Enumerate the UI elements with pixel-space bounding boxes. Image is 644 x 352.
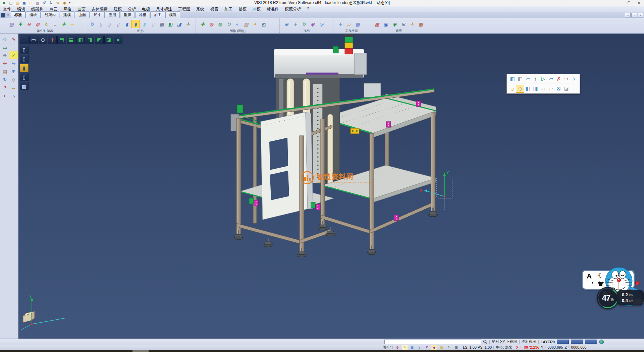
hidden-line-mode-icon[interactable]: ▯ (20, 55, 29, 63)
app-icon[interactable]: ◆ (1, 1, 7, 5)
menu-item[interactable]: 编辑 (14, 6, 28, 12)
traffic-single-icon[interactable]: ◍ (216, 20, 224, 28)
maximize-button[interactable]: ☐ (624, 0, 634, 6)
cylinder-wire-icon[interactable]: ▩ (158, 20, 166, 28)
sheet-a-icon[interactable]: ▱ (539, 85, 547, 92)
percent-badge[interactable]: 47 % (597, 287, 619, 309)
advanced-refresh-icon[interactable]: ↻ (225, 20, 233, 28)
system-tools-icon[interactable]: ◉ (390, 20, 398, 28)
absolute-view-label[interactable]: 绝对视图 (522, 339, 536, 344)
smiley-icon[interactable]: ☺ (508, 85, 516, 92)
view-left-icon[interactable]: ◧ (76, 36, 85, 44)
toolbar-tab[interactable]: 曲面 (75, 11, 90, 18)
child-restore-button[interactable]: ▫ (631, 13, 637, 17)
menu-item[interactable]: 文件 (0, 6, 14, 12)
measure-width-icon[interactable]: ↔ (9, 84, 18, 91)
toolbar-tab[interactable]: 模流 (165, 11, 180, 18)
close-button[interactable]: ✕ (634, 0, 644, 6)
add-attribute-icon[interactable]: ✚ (16, 20, 24, 28)
ucs-delete-icon[interactable]: ✗ (424, 345, 430, 350)
rotate-view-icon[interactable]: ↻ (300, 20, 308, 28)
sheet-b-icon[interactable]: ▱ (547, 85, 555, 92)
cylinder-box-blue-icon[interactable]: ◨ (175, 20, 183, 28)
texture-mode-icon[interactable]: ▨ (242, 20, 250, 28)
save-icon[interactable]: ▣ (21, 1, 27, 5)
settings-icon[interactable]: ◉ (61, 1, 67, 5)
menu-item[interactable]: 线架构 (28, 6, 46, 12)
menu-item[interactable]: 实体编辑 (89, 6, 111, 12)
toolbar-tab[interactable]: 线架构 (41, 11, 59, 18)
minimize-button[interactable]: ─ (614, 0, 624, 6)
cylinder-solid-icon[interactable]: ▮ (123, 20, 131, 28)
move-triad-icon[interactable]: ✛ (1, 59, 9, 67)
zoom-search-icon[interactable]: ⊙ (39, 36, 47, 44)
view-iso-icon[interactable]: ■ (114, 36, 122, 44)
globe-icon[interactable] (599, 340, 604, 344)
workplane-hand-icon[interactable]: ▱ (345, 20, 353, 28)
lock-label[interactable]: 拴牢 (383, 345, 391, 350)
plot-icon[interactable]: ▥ (35, 1, 41, 5)
toolbar-tab[interactable]: 编辑 (26, 11, 41, 18)
select-zoom-icon[interactable]: ⊙ (1, 35, 9, 43)
traffic-light-icon[interactable]: ◍ (34, 20, 42, 28)
menu-item[interactable]: 工程图 (175, 6, 193, 12)
traffic-pair-icon[interactable]: ◍ (207, 20, 215, 28)
child-minimize-button[interactable]: ─ (625, 13, 631, 17)
cylinder-outline-1-icon[interactable]: ▯ (97, 20, 105, 28)
menu-item[interactable]: 建模 (111, 6, 125, 12)
cube-corner-icon[interactable]: ◪ (562, 85, 570, 92)
refresh-graphics-icon[interactable]: ↻ (88, 20, 96, 28)
status-refresh-icon[interactable]: ↻ (446, 345, 452, 350)
ucs-icon[interactable]: ◆ (431, 345, 437, 350)
menu-item[interactable]: 塑模 (235, 6, 250, 12)
color-swatch-3[interactable] (585, 340, 597, 344)
eye-view-icon[interactable]: ◎ (317, 20, 325, 28)
menu-item[interactable]: 网格 (60, 6, 74, 12)
light-mode-icon[interactable]: ✦ (251, 20, 259, 28)
triad-axes-icon[interactable]: ✛ (48, 36, 57, 44)
status-help-icon[interactable]: ? (417, 345, 422, 350)
blue-surface-icon[interactable]: ▱ (547, 75, 555, 83)
graphics-tools-icon[interactable]: ✛ (184, 20, 192, 28)
workplane-axis-icon[interactable]: ✛ (336, 20, 344, 28)
new-file-icon[interactable]: ▢ (8, 1, 14, 5)
menu-item[interactable]: 曲面 (74, 6, 89, 12)
attribute-brush-icon[interactable]: ▤ (7, 20, 15, 28)
curve-arc-icon[interactable]: ↪ (562, 75, 570, 83)
extrude-up-icon[interactable]: ↑ (532, 75, 539, 83)
menu-item[interactable]: 点云 (46, 6, 60, 12)
toolbar-tab[interactable]: 建模 (60, 11, 74, 18)
color-swatch-1[interactable] (557, 340, 569, 344)
redo-icon[interactable]: ↻ (48, 1, 54, 5)
color-swatch-2[interactable] (571, 340, 583, 344)
cube-gray-icon[interactable]: ◇ (9, 76, 18, 83)
network-speed-monitor[interactable]: ↑ 0.2 K/s ↓ 0.4 K/s (616, 290, 644, 305)
view-right-icon[interactable]: ◨ (86, 36, 94, 44)
toolbar-tab[interactable]: 应用 (105, 11, 120, 18)
decrease-icon[interactable]: ─ (68, 20, 76, 28)
toolbar-help-icon[interactable]: ? (570, 75, 578, 83)
quick-search-input[interactable] (384, 340, 481, 344)
qat-dropdown-icon[interactable]: ▾ (69, 1, 70, 4)
erase-sketch-icon[interactable]: ✎ (9, 35, 18, 43)
cylinder-cyan-icon[interactable]: ▮ (140, 20, 148, 28)
cylinder-active-icon[interactable]: ▮ (131, 20, 140, 28)
workplane-sheet-icon[interactable]: ▦ (354, 20, 362, 28)
wireframe-cube-icon[interactable]: ◇ (516, 85, 524, 92)
calculator-icon[interactable]: ▣ (382, 20, 390, 28)
toolbar-tab[interactable]: 冲模 (135, 11, 150, 18)
help-question-icon[interactable]: ? (1, 84, 9, 91)
confirm-check-icon[interactable]: ✓ (9, 51, 18, 59)
view-bottom-icon[interactable]: ⬓ (67, 36, 75, 44)
menu-item[interactable]: 电极 (139, 6, 153, 12)
view-back-icon[interactable]: ◪ (104, 36, 113, 44)
fit-frame-icon[interactable]: ▭ (29, 36, 38, 44)
window-config-icon[interactable]: ⊞ (399, 20, 407, 28)
zoom-solid-icon[interactable]: ⊕ (1, 51, 9, 59)
grid-snap-icon[interactable]: ▦ (409, 345, 415, 350)
toolbar-tab[interactable]: 尺寸 (90, 11, 105, 18)
remove-attribute-icon[interactable]: ⊖ (25, 20, 33, 28)
menu-item[interactable]: 加工 (221, 6, 235, 12)
cylinder-ghost-icon[interactable]: ▯ (149, 20, 157, 28)
menu-item[interactable]: 冲模 (250, 6, 264, 12)
